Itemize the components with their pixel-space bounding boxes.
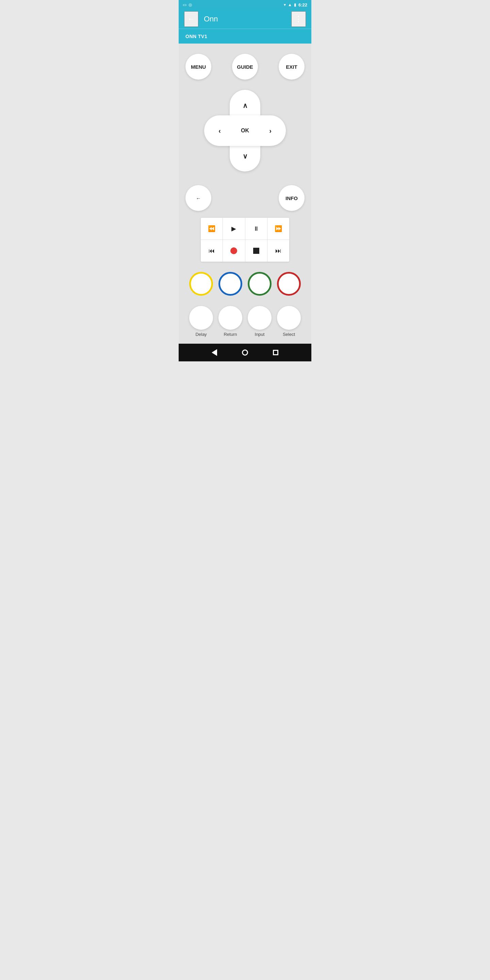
dpad-down-button[interactable]: ∨ [230, 143, 260, 169]
notification-icon: ▭ [183, 2, 186, 7]
pause-button[interactable]: ⏸ [245, 218, 267, 240]
return-label: Return [224, 332, 237, 337]
return-button-group: Return [218, 306, 242, 337]
system-back-button[interactable] [212, 349, 217, 356]
record-button[interactable] [223, 240, 245, 262]
bottom-nav-buttons: Delay Return Input Select [185, 306, 305, 337]
guide-button[interactable]: GUIDE [232, 54, 258, 80]
select-label: Select [283, 332, 295, 337]
battery-icon: ▮ [294, 2, 296, 7]
status-bar: ▭ ◎ ▾ ▲ ▮ 6:22 [179, 0, 311, 10]
tab-bar: ONN TV1 [179, 29, 311, 43]
app-title: Onn [204, 14, 286, 24]
input-button[interactable] [248, 306, 272, 330]
delay-label: Delay [195, 332, 207, 337]
back-button[interactable]: ← [184, 11, 198, 27]
skip-back-button[interactable]: ⏮ [201, 240, 223, 262]
stop-button[interactable] [245, 240, 267, 262]
stop-icon [253, 248, 259, 254]
color-buttons-row [189, 272, 301, 296]
play-button[interactable]: ▶ [223, 218, 245, 240]
media-controls: ⏪ ▶ ⏸ ⏩ ⏮ ⏭ [201, 218, 289, 262]
top-buttons-row: MENU GUIDE EXIT [185, 54, 305, 80]
dpad-ok-button[interactable]: OK [230, 115, 260, 146]
recents-nav-icon [273, 350, 278, 355]
app-bar: ← Onn ⋮ [179, 10, 311, 29]
input-label: Input [255, 332, 265, 337]
system-home-button[interactable] [242, 350, 248, 356]
dpad-right-button[interactable]: › [258, 115, 283, 146]
blue-button[interactable] [218, 272, 242, 296]
status-time: 6:22 [298, 2, 307, 8]
menu-button[interactable]: MENU [185, 54, 211, 80]
back-nav-button[interactable]: ← [185, 185, 211, 211]
return-button[interactable] [218, 306, 242, 330]
wifi-icon: ▾ [284, 2, 286, 7]
media-row-1: ⏪ ▶ ⏸ ⏩ [201, 218, 289, 240]
exit-button[interactable]: EXIT [279, 54, 305, 80]
dpad: ∧ ∨ ‹ › OK [204, 90, 286, 172]
media-row-2: ⏮ ⏭ [201, 240, 289, 262]
yellow-button[interactable] [189, 272, 213, 296]
home-nav-icon [242, 350, 248, 356]
dpad-up-button[interactable]: ∧ [230, 92, 260, 118]
skip-forward-button[interactable]: ⏭ [267, 240, 289, 262]
back-info-row: ← INFO [185, 185, 305, 211]
delay-button[interactable] [189, 306, 213, 330]
tab-label: ONN TV1 [185, 34, 207, 39]
dpad-left-button[interactable]: ‹ [207, 115, 232, 146]
system-nav-bar [179, 344, 311, 361]
system-recents-button[interactable] [273, 350, 278, 355]
select-button[interactable] [277, 306, 301, 330]
rewind-button[interactable]: ⏪ [201, 218, 223, 240]
select-button-group: Select [277, 306, 301, 337]
sync-icon: ◎ [189, 2, 192, 7]
fast-forward-button[interactable]: ⏩ [267, 218, 289, 240]
input-button-group: Input [248, 306, 272, 337]
green-button[interactable] [248, 272, 272, 296]
back-nav-icon [212, 349, 217, 356]
dpad-cross: ∧ ∨ ‹ › OK [204, 90, 286, 172]
delay-button-group: Delay [189, 306, 213, 337]
record-icon [231, 247, 237, 254]
red-button[interactable] [277, 272, 301, 296]
info-button[interactable]: INFO [279, 185, 305, 211]
more-options-button[interactable]: ⋮ [291, 11, 306, 27]
signal-icon: ▲ [288, 2, 292, 7]
remote-control-area: MENU GUIDE EXIT ∧ ∨ ‹ › OK ← INFO ⏪ ▶ ⏸ … [179, 43, 311, 344]
